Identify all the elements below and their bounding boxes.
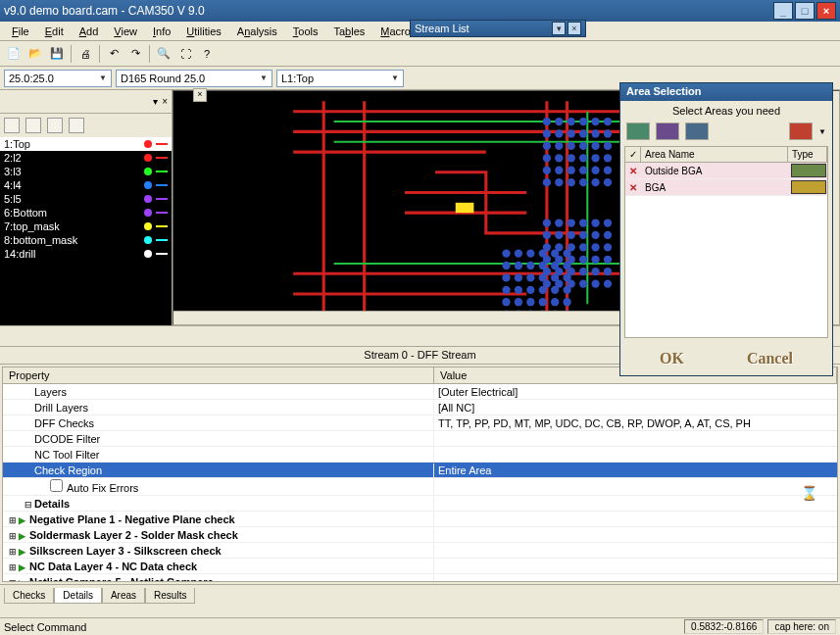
toolbar-help-icon[interactable]: ?: [197, 44, 217, 64]
property-grid[interactable]: Property Value Layers [Outer Electrical]…: [2, 366, 838, 582]
close-button[interactable]: ×: [816, 2, 836, 20]
tab-results[interactable]: Results: [145, 588, 195, 604]
name-column-header[interactable]: Area Name: [641, 147, 788, 162]
property-row[interactable]: ⊟Details: [3, 496, 837, 512]
property-row[interactable]: ⊞▶Silkscreen Layer 3 - Silkscreen check: [3, 543, 837, 559]
delete-icon[interactable]: ✕: [625, 164, 641, 178]
menu-utilities[interactable]: Utilities: [178, 24, 228, 39]
menu-edit[interactable]: Edit: [37, 24, 72, 39]
expand-icon[interactable]: ⊞: [7, 531, 19, 541]
layers-list[interactable]: 1:Top 2:l2 3:l3 4:l4 5:l5 6:Bottom 7:top…: [0, 137, 172, 325]
minimize-button[interactable]: _: [773, 2, 793, 20]
area-row[interactable]: ✕ BGA: [625, 179, 827, 196]
layer-row[interactable]: 7:top_mask: [0, 220, 172, 233]
grid-dropdown[interactable]: 25.0:25.0▼: [4, 70, 112, 87]
play-icon[interactable]: ▶: [19, 578, 25, 583]
menu-info[interactable]: Info: [145, 24, 178, 39]
panel-close-icon[interactable]: ×: [162, 96, 168, 107]
tab-areas[interactable]: Areas: [102, 588, 145, 604]
svg-point-79: [555, 219, 563, 226]
property-row[interactable]: ⊞▶Netlist Compare 5 - Netlist Compare: [3, 574, 837, 582]
tab-details[interactable]: Details: [54, 588, 102, 604]
layer-name: 1:Top: [4, 138, 142, 150]
layer-row[interactable]: 5:l5: [0, 192, 172, 206]
property-column-header[interactable]: Property: [3, 367, 434, 383]
property-row[interactable]: Auto Fix Errors: [3, 478, 837, 496]
property-row[interactable]: DFF Checks TT, TP, PP, PD, MT, MP, UDC, …: [3, 415, 837, 431]
property-row[interactable]: Drill Layers [All NC]: [3, 400, 837, 415]
property-row[interactable]: ⊞▶NC Data Layer 4 - NC Data check: [3, 559, 837, 574]
toolbar-save-icon[interactable]: 💾: [47, 44, 67, 64]
svg-point-108: [604, 279, 612, 287]
menu-analysis[interactable]: Analysis: [229, 24, 285, 39]
stream-list-toolbar[interactable]: Stream List ▾ ×: [410, 20, 586, 37]
toolbar-zoom-icon[interactable]: 🔍: [154, 44, 173, 64]
layer-row[interactable]: 6:Bottom: [0, 206, 172, 220]
property-label: NC Tool Filter: [34, 449, 99, 461]
checkbox[interactable]: [50, 479, 63, 492]
toolbar-zoom-fit-icon[interactable]: ⛶: [175, 44, 195, 64]
toolbar-undo-icon[interactable]: ↶: [104, 44, 124, 64]
svg-point-86: [568, 231, 575, 239]
menu-view[interactable]: View: [106, 24, 145, 39]
dcode-dropdown[interactable]: D165 Round 25.0▼: [116, 70, 272, 87]
play-icon[interactable]: ▶: [19, 531, 25, 541]
check-column-header[interactable]: ✓: [625, 147, 641, 162]
toolbar-open-icon[interactable]: 📂: [25, 44, 45, 64]
property-label: Layers: [34, 386, 67, 398]
layer-dropdown[interactable]: L1:Top▼: [276, 70, 404, 87]
expand-icon[interactable]: ⊞: [7, 562, 19, 572]
svg-point-164: [539, 262, 547, 269]
area-tool-icon[interactable]: [656, 122, 679, 140]
layer-row[interactable]: 8:bottom_mask: [0, 233, 172, 247]
stream-list-close-icon[interactable]: ×: [568, 22, 581, 35]
layer-tool-icon[interactable]: [47, 118, 63, 133]
play-icon[interactable]: ▶: [19, 562, 25, 572]
tab-checks[interactable]: Checks: [4, 588, 54, 604]
maximize-button[interactable]: □: [795, 2, 815, 20]
menu-add[interactable]: Add: [72, 24, 107, 39]
menu-tables[interactable]: Tables: [325, 24, 372, 39]
expand-icon[interactable]: ⊞: [7, 578, 19, 583]
type-column-header[interactable]: Type: [788, 147, 827, 162]
viewport-close-icon[interactable]: ×: [193, 88, 207, 102]
panel-pin-icon[interactable]: ▾: [153, 96, 158, 107]
property-label: Check Region: [34, 464, 102, 476]
play-icon[interactable]: ▶: [19, 515, 25, 525]
menu-file[interactable]: File: [4, 24, 37, 39]
area-row[interactable]: ✕ Outside BGA: [625, 163, 827, 179]
layer-row[interactable]: 1:Top: [0, 137, 172, 151]
stream-list-dropdown-icon[interactable]: ▾: [552, 22, 566, 35]
property-row[interactable]: ⊞▶Negative Plane 1 - Negative Plane chec…: [3, 512, 837, 527]
chevron-down-icon[interactable]: ▼: [818, 127, 826, 136]
layer-row[interactable]: 3:l3: [0, 165, 172, 178]
layer-tool-icon[interactable]: [4, 118, 20, 133]
layer-row[interactable]: 14:drill: [0, 247, 172, 261]
toolbar-print-icon[interactable]: 🖨: [75, 44, 95, 64]
property-row[interactable]: Check Region Entire Area: [3, 463, 837, 478]
area-tool-icon[interactable]: [626, 122, 650, 140]
expand-icon[interactable]: ⊟: [23, 500, 34, 510]
layer-row[interactable]: 4:l4: [0, 178, 172, 192]
expand-icon[interactable]: ⊞: [7, 547, 19, 557]
layer-row[interactable]: 2:l2: [0, 151, 172, 165]
expand-icon[interactable]: ⊞: [7, 515, 19, 525]
delete-icon[interactable]: ✕: [625, 180, 641, 195]
area-tool-icon[interactable]: [685, 122, 709, 140]
svg-point-165: [539, 273, 547, 281]
menu-tools[interactable]: Tools: [285, 24, 326, 39]
property-row[interactable]: Layers [Outer Electrical]: [3, 384, 837, 400]
svg-point-27: [591, 142, 599, 150]
property-row[interactable]: ⊞▶Soldermask Layer 2 - Solder Mask check: [3, 527, 837, 543]
play-icon[interactable]: ▶: [19, 547, 25, 557]
property-row[interactable]: DCODE Filter: [3, 431, 837, 447]
toolbar-redo-icon[interactable]: ↷: [125, 44, 145, 64]
ok-button[interactable]: OK: [660, 350, 684, 367]
property-row[interactable]: NC Tool Filter: [3, 447, 837, 463]
dialog-title: Area Selection: [620, 83, 832, 101]
layer-tool-icon[interactable]: [69, 118, 84, 133]
layer-tool-icon[interactable]: [25, 118, 41, 133]
toolbar-new-icon[interactable]: 📄: [4, 44, 24, 64]
cancel-button[interactable]: Cancel: [747, 350, 793, 367]
area-tool-icon[interactable]: [789, 122, 813, 140]
